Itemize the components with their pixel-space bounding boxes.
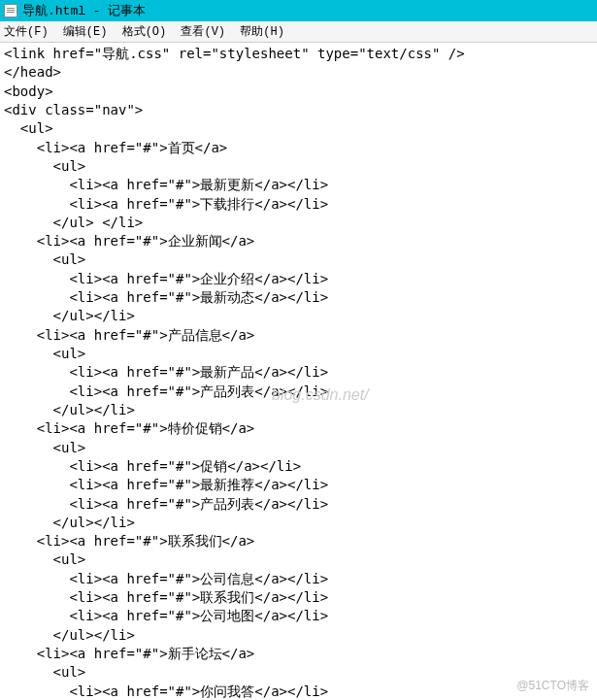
code-line: <ul>: [4, 251, 85, 267]
code-line: <li><a href="#">最新产品</a></li>: [4, 364, 328, 380]
code-line: <ul>: [4, 440, 85, 455]
code-line: </ul></li>: [4, 515, 135, 530]
code-line: </head>: [4, 64, 61, 80]
code-line: <li><a href="#">首页</a>: [4, 140, 227, 155]
notepad-icon: [4, 4, 17, 17]
code-line: <li><a href="#">企业介绍</a></li>: [4, 271, 328, 286]
menu-bar: 文件(F) 编辑(E) 格式(O) 查看(V) 帮助(H): [0, 21, 597, 43]
editor-area[interactable]: <link href="导航.css" rel="stylesheet" typ…: [0, 43, 597, 700]
code-line: <ul>: [4, 120, 53, 136]
code-line: <li><a href="#">你问我答</a></li>: [4, 683, 328, 699]
code-line: <li><a href="#">公司地图</a></li>: [4, 608, 328, 623]
code-line: <ul>: [4, 158, 85, 174]
code-line: <li><a href="#">公司信息</a></li>: [4, 571, 328, 586]
code-line: <li><a href="#">最新推荐</a></li>: [4, 477, 328, 492]
code-line: <body>: [4, 83, 53, 99]
code-line: <li><a href="#">特价促销</a>: [4, 420, 254, 436]
menu-edit[interactable]: 编辑(E): [63, 25, 108, 39]
window-titlebar: 导航.html - 记事本: [0, 0, 597, 21]
code-line: <li><a href="#">联系我们</a>: [4, 533, 254, 549]
menu-help[interactable]: 帮助(H): [240, 25, 284, 39]
code-line: <ul>: [4, 346, 85, 361]
menu-file[interactable]: 文件(F): [4, 25, 49, 39]
code-line: <div class="nav">: [4, 102, 143, 117]
menu-view[interactable]: 查看(V): [181, 25, 225, 39]
code-line: </ul></li>: [4, 308, 135, 323]
code-line: <li><a href="#">下载排行</a></li>: [4, 196, 328, 212]
code-line: </ul> </li>: [4, 215, 143, 230]
code-line: <li><a href="#">企业新闻</a>: [4, 233, 254, 249]
code-line: <li><a href="#">联系我们</a></li>: [4, 589, 328, 605]
code-line: <link href="导航.css" rel="stylesheet" typ…: [4, 46, 465, 61]
code-line: <li><a href="#">新手论坛</a>: [4, 646, 254, 661]
code-line: <li><a href="#">促销</a></li>: [4, 458, 301, 474]
code-line: <li><a href="#">产品列表</a></li>: [4, 496, 328, 512]
code-line: </ul></li>: [4, 402, 135, 417]
menu-format[interactable]: 格式(O): [122, 25, 167, 39]
code-line: <li><a href="#">产品信息</a>: [4, 327, 254, 343]
code-line: <li><a href="#">最新更新</a></li>: [4, 177, 328, 192]
code-line: <li><a href="#">最新动态</a></li>: [4, 289, 328, 305]
code-line: <ul>: [4, 551, 85, 567]
window-title: 导航.html - 记事本: [22, 2, 146, 19]
code-line: <ul>: [4, 664, 85, 680]
code-line: <li><a href="#">产品列表</a></li>: [4, 383, 328, 399]
code-line: </ul></li>: [4, 627, 135, 643]
